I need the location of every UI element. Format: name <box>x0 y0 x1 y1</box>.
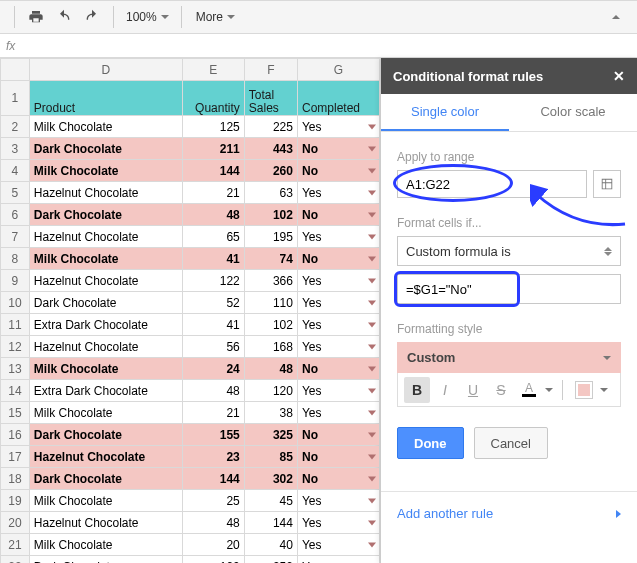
redo-icon[interactable] <box>79 4 105 30</box>
cell-completed[interactable]: No <box>297 138 379 160</box>
cell-completed[interactable]: Yes <box>297 314 379 336</box>
cell-quantity[interactable]: 65 <box>182 226 244 248</box>
style-preset[interactable]: Custom <box>397 342 621 373</box>
dropdown-icon[interactable] <box>368 146 376 151</box>
collapse-icon[interactable] <box>603 4 629 30</box>
dropdown-icon[interactable] <box>368 432 376 437</box>
cell-quantity[interactable]: 100 <box>182 556 244 564</box>
cancel-button[interactable]: Cancel <box>474 427 548 459</box>
bold-button[interactable]: B <box>404 377 430 403</box>
italic-button[interactable]: I <box>432 377 458 403</box>
cell-product[interactable]: Hazelnut Chocolate <box>29 336 182 358</box>
close-icon[interactable]: ✕ <box>613 68 625 84</box>
condition-select[interactable]: Custom formula is <box>397 236 621 266</box>
cell-product[interactable]: Milk Chocolate <box>29 490 182 512</box>
dropdown-icon[interactable] <box>368 388 376 393</box>
dropdown-icon[interactable] <box>368 234 376 239</box>
underline-button[interactable]: U <box>460 377 486 403</box>
cell-completed[interactable]: No <box>297 424 379 446</box>
undo-icon[interactable] <box>51 4 77 30</box>
dropdown-icon[interactable] <box>368 344 376 349</box>
spreadsheet-grid[interactable]: D E F G 1 Product Quantity Total Sales C… <box>0 58 380 563</box>
row-header[interactable]: 15 <box>1 402 30 424</box>
cell-quantity[interactable]: 48 <box>182 204 244 226</box>
cell-quantity[interactable]: 41 <box>182 314 244 336</box>
cell-total-sales[interactable]: 325 <box>244 424 297 446</box>
select-range-icon[interactable] <box>593 170 621 198</box>
cell-completed[interactable]: No <box>297 468 379 490</box>
formula-input[interactable] <box>397 274 621 304</box>
fill-color-button[interactable] <box>571 377 597 403</box>
cell-product[interactable]: Hazelnut Chocolate <box>29 446 182 468</box>
cell-quantity[interactable]: 24 <box>182 358 244 380</box>
dropdown-icon[interactable] <box>368 168 376 173</box>
row-header[interactable]: 1 <box>1 81 30 116</box>
cell-quantity[interactable]: 144 <box>182 160 244 182</box>
row-header[interactable]: 3 <box>1 138 30 160</box>
cell-total-sales[interactable]: 120 <box>244 380 297 402</box>
cell-product[interactable]: Milk Chocolate <box>29 534 182 556</box>
add-rule-button[interactable]: Add another rule <box>381 491 637 535</box>
cell-completed[interactable]: Yes <box>297 336 379 358</box>
dropdown-icon[interactable] <box>368 454 376 459</box>
done-button[interactable]: Done <box>397 427 464 459</box>
cell-quantity[interactable]: 41 <box>182 248 244 270</box>
cell-product[interactable]: Dark Chocolate <box>29 292 182 314</box>
cell-total-sales[interactable]: 48 <box>244 358 297 380</box>
range-input[interactable] <box>397 170 587 198</box>
row-header[interactable]: 22 <box>1 556 30 564</box>
dropdown-icon[interactable] <box>368 278 376 283</box>
dropdown-icon[interactable] <box>368 520 376 525</box>
cell-product[interactable]: Milk Chocolate <box>29 160 182 182</box>
cell-completed[interactable]: Yes <box>297 270 379 292</box>
cell-product[interactable]: Hazelnut Chocolate <box>29 226 182 248</box>
dropdown-icon[interactable] <box>368 476 376 481</box>
cell-total-sales[interactable]: 144 <box>244 512 297 534</box>
cell-completed[interactable]: No <box>297 358 379 380</box>
dropdown-icon[interactable] <box>368 542 376 547</box>
cell-product[interactable]: Hazelnut Chocolate <box>29 512 182 534</box>
cell-quantity[interactable]: 20 <box>182 534 244 556</box>
header-cell-product[interactable]: Product <box>29 81 182 116</box>
row-header[interactable]: 18 <box>1 468 30 490</box>
select-all-cell[interactable] <box>1 59 30 81</box>
formula-bar[interactable]: fx <box>0 34 637 58</box>
cell-total-sales[interactable]: 38 <box>244 402 297 424</box>
row-header[interactable]: 8 <box>1 248 30 270</box>
cell-product[interactable]: Dark Chocolate <box>29 424 182 446</box>
dropdown-icon[interactable] <box>368 256 376 261</box>
cell-quantity[interactable]: 211 <box>182 138 244 160</box>
row-header[interactable]: 14 <box>1 380 30 402</box>
tab-color-scale[interactable]: Color scale <box>509 94 637 131</box>
row-header[interactable]: 4 <box>1 160 30 182</box>
cell-total-sales[interactable]: 195 <box>244 226 297 248</box>
row-header[interactable]: 5 <box>1 182 30 204</box>
cell-quantity[interactable]: 155 <box>182 424 244 446</box>
cell-product[interactable]: Dark Chocolate <box>29 468 182 490</box>
cell-completed[interactable]: Yes <box>297 402 379 424</box>
col-header-e[interactable]: E <box>182 59 244 81</box>
dropdown-icon[interactable] <box>368 366 376 371</box>
text-color-button[interactable]: A <box>516 377 542 403</box>
cell-quantity[interactable]: 125 <box>182 116 244 138</box>
strikethrough-button[interactable]: S <box>488 377 514 403</box>
row-header[interactable]: 7 <box>1 226 30 248</box>
cell-total-sales[interactable]: 102 <box>244 314 297 336</box>
dropdown-icon[interactable] <box>368 212 376 217</box>
dropdown-icon[interactable] <box>368 124 376 129</box>
cell-quantity[interactable]: 25 <box>182 490 244 512</box>
cell-total-sales[interactable]: 45 <box>244 490 297 512</box>
row-header[interactable]: 21 <box>1 534 30 556</box>
cell-completed[interactable]: Yes <box>297 182 379 204</box>
cell-total-sales[interactable]: 302 <box>244 468 297 490</box>
col-header-f[interactable]: F <box>244 59 297 81</box>
cell-total-sales[interactable]: 250 <box>244 556 297 564</box>
cell-quantity[interactable]: 21 <box>182 402 244 424</box>
header-cell-quantity[interactable]: Quantity <box>182 81 244 116</box>
row-header[interactable]: 13 <box>1 358 30 380</box>
row-header[interactable]: 17 <box>1 446 30 468</box>
cell-quantity[interactable]: 48 <box>182 512 244 534</box>
text-color-menu[interactable] <box>544 377 554 403</box>
cell-total-sales[interactable]: 102 <box>244 204 297 226</box>
cell-total-sales[interactable]: 85 <box>244 446 297 468</box>
